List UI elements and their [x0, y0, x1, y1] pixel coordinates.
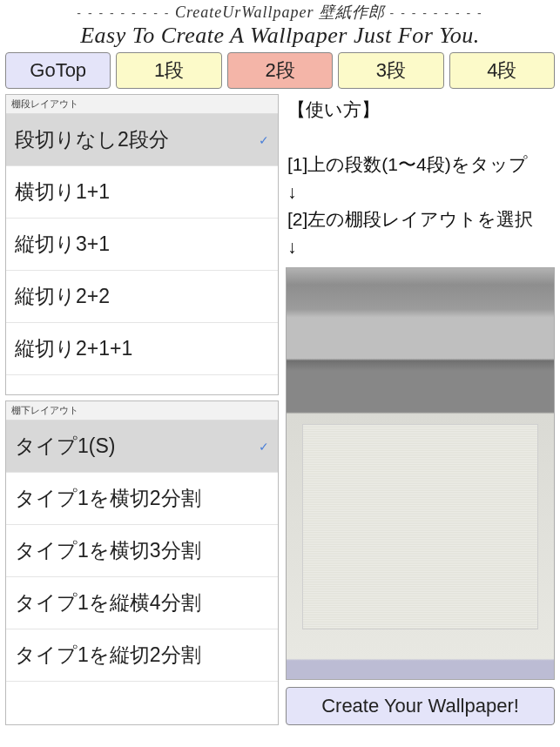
- create-wallpaper-button[interactable]: Create Your Wallpaper!: [286, 687, 555, 725]
- tab-4dan[interactable]: 4段: [449, 52, 555, 89]
- arrow-down-icon: ↓: [287, 178, 553, 206]
- shelf-layout-list: 棚段レイアウト 段切りなし2段分 ✓ 横切り1+1 縦切り3+1 縦切り2+2 …: [5, 94, 279, 395]
- wallpaper-preview: [286, 267, 555, 680]
- check-icon: ✓: [259, 133, 269, 147]
- list-item[interactable]: 縦切り2+2: [6, 271, 278, 323]
- list-item[interactable]: タイプ1を縦横4分割: [6, 577, 278, 629]
- shelf-layout-header: 棚段レイアウト: [6, 95, 278, 114]
- list-item[interactable]: 横切り1+1: [6, 166, 278, 219]
- app-subtitle: Easy To Create A Wallpaper Just For You.: [0, 23, 560, 49]
- list-item[interactable]: 段切りなし2段分 ✓: [6, 114, 278, 166]
- bottom-layout-list: 棚下レイアウト タイプ1(S) ✓ タイプ1を横切2分割 タイプ1を横切3分割 …: [5, 400, 279, 725]
- instructions-step1: [1]上の段数(1〜4段)をタップ: [287, 151, 553, 178]
- tab-1dan[interactable]: 1段: [116, 52, 221, 89]
- tab-2dan[interactable]: 2段: [227, 52, 333, 89]
- tab-3dan[interactable]: 3段: [338, 52, 443, 89]
- list-item[interactable]: 縦切り3+1: [6, 219, 278, 271]
- list-item[interactable]: タイプ1を縦切2分割: [6, 629, 278, 682]
- list-item-label: タイプ1(S): [15, 434, 115, 457]
- arrow-down-icon: ↓: [287, 233, 553, 261]
- app-header: - - - - - - - - - CreateUrWallpaper 壁紙作郎…: [0, 0, 560, 49]
- instructions-title: 【使い方】: [287, 96, 553, 124]
- instructions-step2: [2]左の棚段レイアウトを選択: [287, 205, 553, 233]
- instructions: 【使い方】 [1]上の段数(1〜4段)をタップ ↓ [2]左の棚段レイアウトを選…: [286, 94, 555, 267]
- list-item-label: 段切りなし2段分: [15, 128, 169, 151]
- list-item[interactable]: タイプ1(S) ✓: [6, 421, 278, 473]
- bottom-layout-header: 棚下レイアウト: [6, 401, 278, 421]
- list-item[interactable]: タイプ1を横切3分割: [6, 525, 278, 577]
- list-item[interactable]: 縦切り2+1+1: [6, 323, 278, 375]
- app-title: - - - - - - - - - CreateUrWallpaper 壁紙作郎…: [0, 2, 560, 23]
- check-icon: ✓: [259, 440, 269, 454]
- tabs-row: GoTop 1段 2段 3段 4段: [0, 49, 560, 92]
- wallpaper-preview-panel: [302, 424, 537, 629]
- list-item[interactable]: タイプ1を横切2分割: [6, 473, 278, 525]
- gotop-button[interactable]: GoTop: [5, 52, 111, 89]
